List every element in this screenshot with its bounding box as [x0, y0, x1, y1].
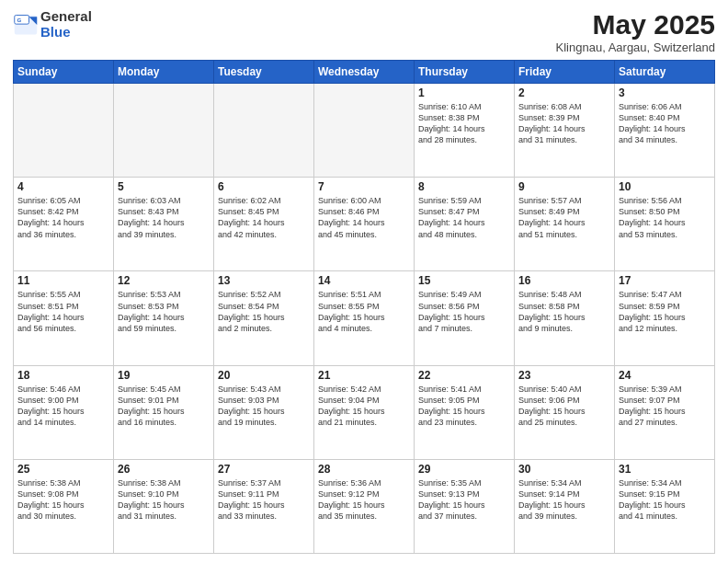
day-info: Sunrise: 5:59 AM Sunset: 8:47 PM Dayligh…	[418, 195, 510, 240]
calendar-cell: 31Sunrise: 5:34 AM Sunset: 9:15 PM Dayli…	[615, 459, 715, 553]
weekday-header-friday: Friday	[515, 61, 615, 84]
day-number: 3	[619, 86, 711, 99]
day-info: Sunrise: 5:37 AM Sunset: 9:11 PM Dayligh…	[218, 477, 310, 523]
logo-general: General	[40, 8, 92, 24]
day-number: 16	[518, 274, 610, 287]
day-info: Sunrise: 5:53 AM Sunset: 8:53 PM Dayligh…	[118, 289, 210, 334]
day-info: Sunrise: 5:34 AM Sunset: 9:14 PM Dayligh…	[518, 477, 610, 523]
day-info: Sunrise: 5:56 AM Sunset: 8:50 PM Dayligh…	[619, 195, 711, 240]
weekday-header-sunday: Sunday	[14, 61, 114, 84]
logo-text: General Blue	[40, 9, 92, 40]
calendar-cell: 29Sunrise: 5:35 AM Sunset: 9:13 PM Dayli…	[415, 459, 515, 553]
day-number: 29	[418, 463, 510, 476]
day-number: 7	[318, 180, 410, 193]
calendar-cell: 22Sunrise: 5:41 AM Sunset: 9:05 PM Dayli…	[415, 365, 515, 459]
calendar-cell: 19Sunrise: 5:45 AM Sunset: 9:01 PM Dayli…	[114, 365, 214, 459]
page: G General Blue May 2025 Klingnau, Aargau…	[0, 0, 728, 563]
day-number: 23	[518, 369, 610, 382]
day-number: 20	[218, 369, 310, 382]
day-number: 18	[17, 369, 109, 382]
day-info: Sunrise: 6:10 AM Sunset: 8:38 PM Dayligh…	[418, 101, 510, 146]
calendar-cell	[214, 84, 314, 178]
day-info: Sunrise: 5:38 AM Sunset: 9:10 PM Dayligh…	[118, 477, 210, 523]
calendar-cell: 8Sunrise: 5:59 AM Sunset: 8:47 PM Daylig…	[415, 178, 515, 271]
calendar-cell: 9Sunrise: 5:57 AM Sunset: 8:49 PM Daylig…	[515, 178, 615, 271]
day-number: 27	[218, 463, 310, 476]
day-number: 4	[17, 180, 109, 193]
calendar-cell: 5Sunrise: 6:03 AM Sunset: 8:43 PM Daylig…	[114, 178, 214, 271]
day-info: Sunrise: 5:35 AM Sunset: 9:13 PM Dayligh…	[418, 477, 510, 523]
title-block: May 2025 Klingnau, Aargau, Switzerland	[556, 9, 715, 54]
day-info: Sunrise: 6:03 AM Sunset: 8:43 PM Dayligh…	[118, 195, 210, 240]
day-info: Sunrise: 5:38 AM Sunset: 9:08 PM Dayligh…	[17, 477, 109, 523]
calendar-cell: 17Sunrise: 5:47 AM Sunset: 8:59 PM Dayli…	[615, 271, 715, 365]
day-number: 30	[518, 463, 610, 476]
calendar-cell: 18Sunrise: 5:46 AM Sunset: 9:00 PM Dayli…	[14, 365, 114, 459]
day-info: Sunrise: 5:47 AM Sunset: 8:59 PM Dayligh…	[619, 289, 711, 334]
calendar-cell: 11Sunrise: 5:55 AM Sunset: 8:51 PM Dayli…	[14, 271, 114, 365]
day-number: 1	[418, 86, 510, 99]
day-number: 13	[218, 274, 310, 287]
day-number: 19	[118, 369, 210, 382]
calendar-cell: 1Sunrise: 6:10 AM Sunset: 8:38 PM Daylig…	[415, 84, 515, 178]
day-info: Sunrise: 5:49 AM Sunset: 8:56 PM Dayligh…	[418, 289, 510, 334]
day-info: Sunrise: 5:48 AM Sunset: 8:58 PM Dayligh…	[518, 289, 610, 334]
day-info: Sunrise: 5:41 AM Sunset: 9:05 PM Dayligh…	[418, 384, 510, 429]
day-number: 21	[318, 369, 410, 382]
day-number: 2	[518, 86, 610, 99]
day-info: Sunrise: 5:51 AM Sunset: 8:55 PM Dayligh…	[318, 289, 410, 334]
calendar-cell: 25Sunrise: 5:38 AM Sunset: 9:08 PM Dayli…	[14, 459, 114, 553]
location-subtitle: Klingnau, Aargau, Switzerland	[556, 40, 715, 54]
day-number: 10	[619, 180, 711, 193]
calendar-cell: 24Sunrise: 5:39 AM Sunset: 9:07 PM Dayli…	[615, 365, 715, 459]
calendar-cell: 14Sunrise: 5:51 AM Sunset: 8:55 PM Dayli…	[314, 271, 415, 365]
calendar-cell: 20Sunrise: 5:43 AM Sunset: 9:03 PM Dayli…	[214, 365, 314, 459]
day-info: Sunrise: 5:36 AM Sunset: 9:12 PM Dayligh…	[318, 477, 410, 523]
day-number: 11	[17, 274, 109, 287]
calendar-cell: 16Sunrise: 5:48 AM Sunset: 8:58 PM Dayli…	[515, 271, 615, 365]
calendar-cell	[314, 84, 415, 178]
weekday-header-monday: Monday	[114, 61, 214, 84]
day-number: 26	[118, 463, 210, 476]
calendar-cell: 7Sunrise: 6:00 AM Sunset: 8:46 PM Daylig…	[314, 178, 415, 271]
weekday-header-row: SundayMondayTuesdayWednesdayThursdayFrid…	[14, 61, 715, 84]
calendar-cell: 15Sunrise: 5:49 AM Sunset: 8:56 PM Dayli…	[415, 271, 515, 365]
weekday-header-thursday: Thursday	[415, 61, 515, 84]
day-number: 25	[17, 463, 109, 476]
day-number: 9	[518, 180, 610, 193]
calendar-cell	[14, 84, 114, 178]
day-info: Sunrise: 5:34 AM Sunset: 9:15 PM Dayligh…	[619, 477, 711, 523]
weekday-header-tuesday: Tuesday	[214, 61, 314, 84]
weekday-header-saturday: Saturday	[615, 61, 715, 84]
week-row-2: 4Sunrise: 6:05 AM Sunset: 8:42 PM Daylig…	[14, 178, 715, 271]
calendar-cell: 6Sunrise: 6:02 AM Sunset: 8:45 PM Daylig…	[214, 178, 314, 271]
calendar-cell: 12Sunrise: 5:53 AM Sunset: 8:53 PM Dayli…	[114, 271, 214, 365]
week-row-5: 25Sunrise: 5:38 AM Sunset: 9:08 PM Dayli…	[14, 459, 715, 553]
day-info: Sunrise: 5:42 AM Sunset: 9:04 PM Dayligh…	[318, 384, 410, 429]
calendar-cell: 28Sunrise: 5:36 AM Sunset: 9:12 PM Dayli…	[314, 459, 415, 553]
svg-text:G: G	[17, 17, 21, 23]
day-info: Sunrise: 5:52 AM Sunset: 8:54 PM Dayligh…	[218, 289, 310, 334]
day-info: Sunrise: 6:08 AM Sunset: 8:39 PM Dayligh…	[518, 101, 610, 146]
calendar-cell: 21Sunrise: 5:42 AM Sunset: 9:04 PM Dayli…	[314, 365, 415, 459]
week-row-1: 1Sunrise: 6:10 AM Sunset: 8:38 PM Daylig…	[14, 84, 715, 178]
month-title: May 2025	[556, 9, 715, 40]
calendar-cell	[114, 84, 214, 178]
calendar-table: SundayMondayTuesdayWednesdayThursdayFrid…	[13, 60, 715, 554]
week-row-4: 18Sunrise: 5:46 AM Sunset: 9:00 PM Dayli…	[14, 365, 715, 459]
logo-blue: Blue	[40, 24, 71, 40]
day-number: 5	[118, 180, 210, 193]
day-info: Sunrise: 5:43 AM Sunset: 9:03 PM Dayligh…	[218, 384, 310, 429]
day-info: Sunrise: 6:06 AM Sunset: 8:40 PM Dayligh…	[619, 101, 711, 146]
calendar-cell: 30Sunrise: 5:34 AM Sunset: 9:14 PM Dayli…	[515, 459, 615, 553]
day-number: 28	[318, 463, 410, 476]
day-info: Sunrise: 6:02 AM Sunset: 8:45 PM Dayligh…	[218, 195, 310, 240]
calendar-cell: 13Sunrise: 5:52 AM Sunset: 8:54 PM Dayli…	[214, 271, 314, 365]
day-info: Sunrise: 5:45 AM Sunset: 9:01 PM Dayligh…	[118, 384, 210, 429]
header: G General Blue May 2025 Klingnau, Aargau…	[13, 9, 715, 54]
day-number: 22	[418, 369, 510, 382]
calendar-cell: 3Sunrise: 6:06 AM Sunset: 8:40 PM Daylig…	[615, 84, 715, 178]
calendar-cell: 26Sunrise: 5:38 AM Sunset: 9:10 PM Dayli…	[114, 459, 214, 553]
day-number: 14	[318, 274, 410, 287]
day-number: 8	[418, 180, 510, 193]
